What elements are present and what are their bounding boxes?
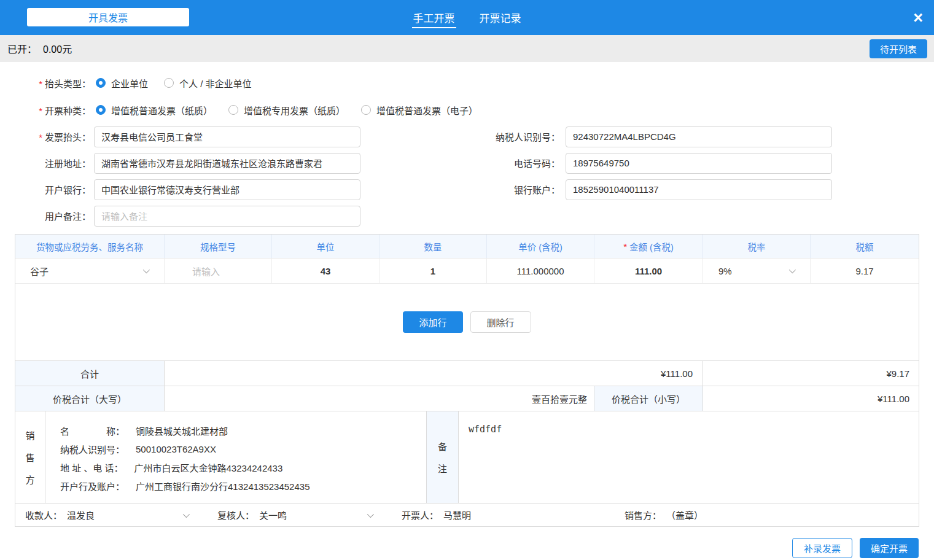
chevron-down-icon xyxy=(367,510,374,517)
column-header-spec: 规格型号 xyxy=(165,235,272,258)
seller-address-label: 地 址 、电 话： xyxy=(60,461,123,474)
issued-amount-value: 0.00元 xyxy=(43,41,72,56)
reviewer-select[interactable]: 关一鸣 xyxy=(259,508,377,521)
grand-total-numeric-label: 价税合计（小写） xyxy=(594,386,703,411)
bank-account-input[interactable]: 18525901040011137 xyxy=(566,179,832,200)
sub-header: 已开： 0.00元 待开列表 xyxy=(0,35,934,62)
select-value: 温发良 xyxy=(67,508,95,521)
bank-name-label: 开户银行： xyxy=(0,183,91,196)
chevron-down-icon xyxy=(789,266,796,273)
add-row-button[interactable]: 添加行 xyxy=(403,311,462,333)
radio-enterprise-unit[interactable]: 企业单位 xyxy=(96,77,148,90)
column-header-amount: *金额 (含税) xyxy=(594,235,703,258)
radio-unchecked-icon xyxy=(164,78,174,88)
required-asterisk: * xyxy=(623,241,627,252)
radio-individual-non-enterprise[interactable]: 个人 / 非企业单位 xyxy=(164,77,252,90)
bottom-actions: 补录发票 确定开票 xyxy=(0,527,934,558)
table-header-row: 货物或应税劳务、服务名称 规格型号 单位 数量 单价 (含税) *金额 (含税)… xyxy=(15,235,919,258)
tab-invoicing-records[interactable]: 开票记录 xyxy=(478,0,523,35)
invoice-title-input[interactable]: 汉寿县电信公司员工食堂 xyxy=(94,126,360,147)
taxpayer-id-input[interactable]: 92430722MA4LBPCD4G xyxy=(566,126,832,147)
tab-label: 手工开票 xyxy=(413,10,455,25)
radio-label: 个人 / 非企业单位 xyxy=(179,77,252,90)
input-placeholder: 请输入备注 xyxy=(101,209,147,222)
tab-label: 开票记录 xyxy=(480,10,521,25)
pending-list-button[interactable]: 待开列表 xyxy=(870,39,927,58)
confirm-invoice-button[interactable]: 确定开票 xyxy=(860,538,919,558)
radio-unchecked-icon xyxy=(361,105,371,115)
vertical-char: 方 xyxy=(25,473,34,486)
column-header-unit-price: 单价 (含税) xyxy=(487,235,594,258)
close-icon[interactable]: × xyxy=(913,9,923,26)
required-asterisk: * xyxy=(39,79,42,89)
header-tabs: 手工开票 开票记录 xyxy=(412,0,523,35)
payee-select[interactable]: 温发良 xyxy=(67,508,193,521)
payee-label: 收款人： xyxy=(25,508,62,521)
seller-stamp-label: 销售方： xyxy=(625,508,661,521)
vertical-char: 注 xyxy=(438,462,447,475)
cell-value: 谷子 xyxy=(30,265,49,278)
table-row: 谷子 请输入 43 1 111.000000 111.00 9% 9.17 xyxy=(15,258,919,283)
radio-label: 增值税专用发票（纸质） xyxy=(244,104,345,117)
totals-amount: ¥111.00 xyxy=(165,361,702,386)
invoice-kind-label: *开票种类： xyxy=(0,104,91,117)
label-text: 抬头类型： xyxy=(45,79,91,89)
radio-vat-special-paper[interactable]: 增值税专用发票（纸质） xyxy=(228,104,345,117)
radio-vat-ordinary-electronic[interactable]: 增值税普通发票（电子） xyxy=(361,104,478,117)
product-name-select[interactable]: 谷子 xyxy=(15,258,165,283)
tab-manual-invoicing[interactable]: 手工开票 xyxy=(412,0,456,35)
chevron-down-icon xyxy=(143,266,150,273)
required-asterisk: * xyxy=(39,132,42,142)
input-value: 汉寿县电信公司员工食堂 xyxy=(101,130,203,143)
seller-section: 销 售 方 名 称： 铜陵县城关城北建材部 纳税人识别号： 50010023T6… xyxy=(15,411,919,503)
invoice-title-label: *发票抬头： xyxy=(0,130,91,143)
invoice-title-row: *发票抬头： 汉寿县电信公司员工食堂 纳税人识别号： 92430722MA4LB… xyxy=(0,123,934,150)
column-header-unit: 单位 xyxy=(272,235,379,258)
supplement-invoice-button[interactable]: 补录发票 xyxy=(792,538,852,558)
invoice-title-pill[interactable]: 开具发票 xyxy=(27,8,189,26)
seller-name-value: 铜陵县城关城北建材部 xyxy=(136,424,228,437)
radio-checked-icon xyxy=(96,105,106,115)
input-value: 92430722MA4LBPCD4G xyxy=(573,131,676,142)
seller-info: 名 称： 铜陵县城关城北建材部 纳税人识别号： 50010023T62A9XX … xyxy=(45,411,427,503)
spec-input[interactable]: 请输入 xyxy=(165,258,272,283)
tax-amount-cell: 9.17 xyxy=(811,258,919,283)
radio-label: 增值税普通发票（电子） xyxy=(376,104,478,117)
grand-total-words-label: 价税合计（大写） xyxy=(15,386,165,411)
cell-placeholder: 请输入 xyxy=(192,265,220,278)
invoice-items-table: 货物或应税劳务、服务名称 规格型号 单位 数量 单价 (含税) *金额 (含税)… xyxy=(15,234,919,527)
invoice-remark-input[interactable]: wfdfdf xyxy=(459,411,919,503)
column-header-quantity: 数量 xyxy=(379,235,487,258)
quantity-cell[interactable]: 1 xyxy=(379,258,487,283)
input-value: 18975649750 xyxy=(573,158,629,168)
seller-address-row: 地 址 、电 话： 广州市白云区大金钟路43234242433 xyxy=(60,458,426,476)
phone-number-label: 电话号码： xyxy=(360,157,560,169)
bank-name-input[interactable]: 中国农业银行常德汉寿支行营业部 xyxy=(94,179,360,200)
issued-amount-label: 已开： xyxy=(7,41,37,56)
column-header-goods-name: 货物或应税劳务、服务名称 xyxy=(15,235,165,258)
radio-label: 增值税普通发票（纸质） xyxy=(111,104,212,117)
issuer-value: 马慧明 xyxy=(443,508,471,521)
totals-label: 合计 xyxy=(15,361,165,386)
taxpayer-id-label: 纳税人识别号： xyxy=(360,130,560,143)
reviewer-label: 复核人： xyxy=(217,508,254,521)
radio-checked-icon xyxy=(96,78,106,88)
unit-price-cell[interactable]: 111.000000 xyxy=(487,258,594,283)
phone-number-input[interactable]: 18975649750 xyxy=(566,153,832,174)
vertical-char: 备 xyxy=(438,440,447,453)
label-text: 金额 (含税) xyxy=(629,240,674,253)
delete-row-button[interactable]: 删除行 xyxy=(470,311,531,333)
tax-rate-select[interactable]: 9% xyxy=(703,258,811,283)
amount-cell[interactable]: 111.00 xyxy=(594,258,703,283)
header-type-label: *抬头类型： xyxy=(0,77,91,90)
radio-vat-ordinary-paper[interactable]: 增值税普通发票（纸质） xyxy=(96,104,212,117)
page-title: 开具发票 xyxy=(88,10,128,25)
input-value: 湖南省常德市汉寿县龙阳街道城东社区沧浪东路曹家君 xyxy=(101,157,322,169)
header-type-row: *抬头类型： 企业单位 个人 / 非企业单位 xyxy=(0,69,934,96)
registered-address-input[interactable]: 湖南省常德市汉寿县龙阳街道城东社区沧浪东路曹家君 xyxy=(94,153,360,174)
registered-address-row: 注册地址： 湖南省常德市汉寿县龙阳街道城东社区沧浪东路曹家君 电话号码： 189… xyxy=(0,150,934,176)
seller-taxpayer-label: 纳税人识别号： xyxy=(60,443,125,456)
user-remark-input[interactable]: 请输入备注 xyxy=(94,206,360,227)
unit-cell[interactable]: 43 xyxy=(272,258,379,283)
bank-account-label: 银行账户： xyxy=(360,183,560,196)
